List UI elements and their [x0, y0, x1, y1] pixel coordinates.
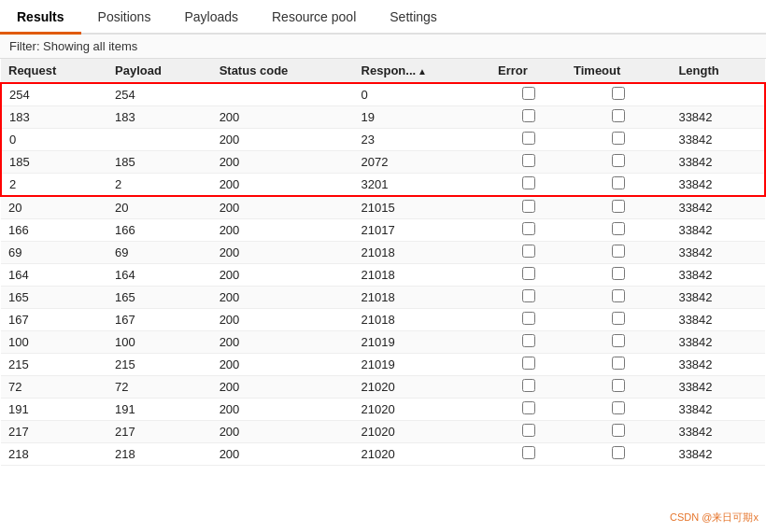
- error-checkbox[interactable]: [522, 132, 535, 145]
- cell-request: 72: [1, 376, 107, 399]
- cell-timeout[interactable]: [566, 219, 671, 242]
- table-row[interactable]: 1911912002102033842: [1, 399, 765, 421]
- cell-error[interactable]: [490, 421, 566, 443]
- table-row[interactable]: 2542540: [1, 83, 765, 106]
- cell-status_code: 200: [212, 443, 354, 466]
- cell-error[interactable]: [490, 331, 566, 354]
- cell-error[interactable]: [490, 83, 566, 106]
- cell-length: 33842: [671, 242, 765, 264]
- cell-error[interactable]: [490, 151, 566, 174]
- timeout-checkbox[interactable]: [612, 379, 625, 392]
- error-checkbox[interactable]: [522, 154, 535, 167]
- error-checkbox[interactable]: [522, 267, 535, 280]
- results-table: RequestPayloadStatus codeRespon...▲Error…: [0, 59, 766, 466]
- cell-error[interactable]: [490, 242, 566, 264]
- error-checkbox[interactable]: [522, 245, 535, 258]
- error-checkbox[interactable]: [522, 87, 535, 100]
- timeout-checkbox[interactable]: [612, 200, 625, 213]
- timeout-checkbox[interactable]: [612, 424, 625, 437]
- cell-error[interactable]: [490, 174, 566, 197]
- table-row[interactable]: 185185200207233842: [1, 151, 765, 174]
- error-checkbox[interactable]: [522, 357, 535, 370]
- error-checkbox[interactable]: [522, 401, 535, 414]
- cell-length: 33842: [671, 421, 765, 443]
- timeout-checkbox[interactable]: [612, 176, 625, 189]
- cell-timeout[interactable]: [566, 242, 671, 264]
- cell-length: 33842: [671, 219, 765, 242]
- table-row[interactable]: 22200320133842: [1, 174, 765, 197]
- cell-error[interactable]: [490, 399, 566, 421]
- timeout-checkbox[interactable]: [612, 334, 625, 347]
- table-row[interactable]: 1661662002101733842: [1, 219, 765, 242]
- timeout-checkbox[interactable]: [612, 154, 625, 167]
- error-checkbox[interactable]: [522, 109, 535, 122]
- cell-error[interactable]: [490, 264, 566, 287]
- cell-timeout[interactable]: [566, 287, 671, 309]
- timeout-checkbox[interactable]: [612, 446, 625, 459]
- cell-timeout[interactable]: [566, 331, 671, 354]
- error-checkbox[interactable]: [522, 312, 535, 325]
- cell-request: 100: [1, 331, 107, 354]
- timeout-checkbox[interactable]: [612, 245, 625, 258]
- cell-error[interactable]: [490, 196, 566, 219]
- cell-timeout[interactable]: [566, 196, 671, 219]
- table-row[interactable]: 2182182002102033842: [1, 443, 765, 466]
- timeout-checkbox[interactable]: [612, 132, 625, 145]
- cell-error[interactable]: [490, 354, 566, 376]
- cell-error[interactable]: [490, 129, 566, 151]
- table-row[interactable]: 1001002002101933842: [1, 331, 765, 354]
- timeout-checkbox[interactable]: [612, 109, 625, 122]
- cell-error[interactable]: [490, 287, 566, 309]
- tab-resource-pool[interactable]: Resource pool: [255, 4, 373, 35]
- cell-timeout[interactable]: [566, 309, 671, 331]
- tab-results[interactable]: Results: [0, 4, 81, 35]
- cell-timeout[interactable]: [566, 264, 671, 287]
- error-checkbox[interactable]: [522, 334, 535, 347]
- error-checkbox[interactable]: [522, 176, 535, 189]
- cell-status_code: [212, 83, 354, 106]
- cell-timeout[interactable]: [566, 376, 671, 399]
- error-checkbox[interactable]: [522, 379, 535, 392]
- error-checkbox[interactable]: [522, 424, 535, 437]
- table-row[interactable]: 1641642002101833842: [1, 264, 765, 287]
- table-row[interactable]: 1671672002101833842: [1, 309, 765, 331]
- tab-payloads[interactable]: Payloads: [167, 4, 255, 35]
- table-row[interactable]: 69692002101833842: [1, 242, 765, 264]
- cell-timeout[interactable]: [566, 399, 671, 421]
- cell-timeout[interactable]: [566, 83, 671, 106]
- error-checkbox[interactable]: [522, 446, 535, 459]
- tab-positions[interactable]: Positions: [81, 4, 168, 35]
- table-row[interactable]: 1831832001933842: [1, 106, 765, 129]
- tab-settings[interactable]: Settings: [373, 4, 454, 35]
- table-row[interactable]: 1651652002101833842: [1, 287, 765, 309]
- table-row[interactable]: 2152152002101933842: [1, 354, 765, 376]
- table-row[interactable]: 20202002101533842: [1, 196, 765, 219]
- error-checkbox[interactable]: [522, 200, 535, 213]
- table-row[interactable]: 72722002102033842: [1, 376, 765, 399]
- cell-error[interactable]: [490, 106, 566, 129]
- timeout-checkbox[interactable]: [612, 87, 625, 100]
- cell-error[interactable]: [490, 443, 566, 466]
- error-checkbox[interactable]: [522, 222, 535, 235]
- cell-error[interactable]: [490, 219, 566, 242]
- cell-error[interactable]: [490, 309, 566, 331]
- cell-payload: 20: [107, 196, 212, 219]
- timeout-checkbox[interactable]: [612, 357, 625, 370]
- table-row[interactable]: 02002333842: [1, 129, 765, 151]
- cell-timeout[interactable]: [566, 151, 671, 174]
- timeout-checkbox[interactable]: [612, 401, 625, 414]
- timeout-checkbox[interactable]: [612, 289, 625, 302]
- timeout-checkbox[interactable]: [612, 267, 625, 280]
- cell-timeout[interactable]: [566, 443, 671, 466]
- cell-error[interactable]: [490, 376, 566, 399]
- timeout-checkbox[interactable]: [612, 312, 625, 325]
- timeout-checkbox[interactable]: [612, 222, 625, 235]
- cell-timeout[interactable]: [566, 106, 671, 129]
- cell-timeout[interactable]: [566, 354, 671, 376]
- error-checkbox[interactable]: [522, 289, 535, 302]
- cell-timeout[interactable]: [566, 129, 671, 151]
- cell-timeout[interactable]: [566, 174, 671, 197]
- table-row[interactable]: 2172172002102033842: [1, 421, 765, 443]
- cell-timeout[interactable]: [566, 421, 671, 443]
- col-header-response[interactable]: Respon...▲: [354, 59, 490, 83]
